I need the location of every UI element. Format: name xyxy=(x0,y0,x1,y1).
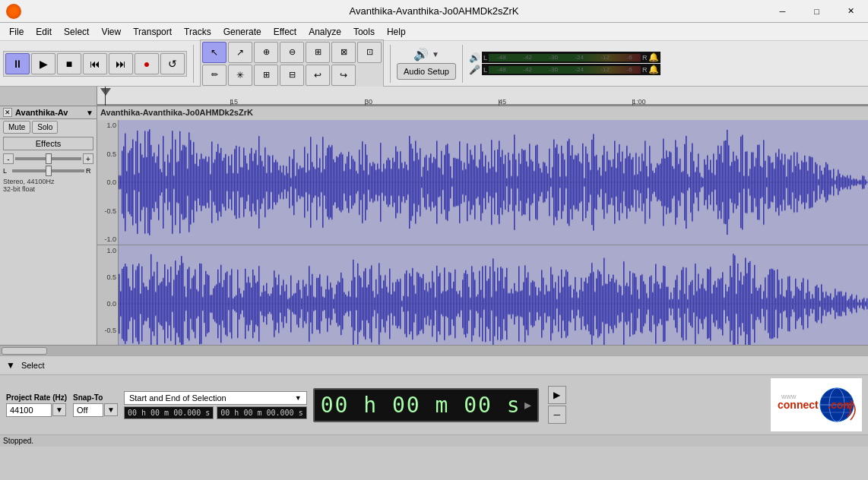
toolbar-divider-1 xyxy=(193,45,194,83)
skip-start-button[interactable]: ⏮ xyxy=(83,53,107,74)
app-icon xyxy=(6,4,21,19)
mute-button[interactable]: Mute xyxy=(3,121,30,134)
selection-tool[interactable]: ↖ xyxy=(202,42,227,63)
fit-view-tool[interactable]: ⊞ xyxy=(306,42,330,63)
selection-dropdown[interactable]: Start and End of Selection ▼ xyxy=(124,391,307,405)
close-button[interactable]: ✕ xyxy=(834,0,868,23)
gain-slider[interactable] xyxy=(15,157,81,160)
envelope-tool[interactable]: ↗ xyxy=(228,42,252,63)
zoom-sel-tool[interactable]: ⊡ xyxy=(357,42,382,63)
menu-item-transport[interactable]: Transport xyxy=(127,25,178,39)
window-title: Avanthika-Avanthika-Jo0AHMDk2sZrK xyxy=(350,5,519,17)
ruler-tick-15: 15 xyxy=(230,98,238,106)
toolbar-divider-2 xyxy=(390,45,391,83)
track-header-spacer xyxy=(0,87,97,106)
track-info-line2: 32-bit float xyxy=(3,185,93,193)
menu-item-tracks[interactable]: Tracks xyxy=(178,25,217,39)
window-controls: ─ □ ✕ xyxy=(765,0,868,23)
pan-slider[interactable] xyxy=(12,169,84,172)
channel-1-scale: 1.0 0.5 0.0 -0.5 -1.0 xyxy=(97,120,119,245)
playhead-marker xyxy=(100,88,111,96)
track-mute-solo-row: Mute Solo xyxy=(0,119,97,135)
minimize-button[interactable]: ─ xyxy=(765,0,800,23)
redo-btn[interactable]: ↪ xyxy=(331,65,356,86)
snap-to-value[interactable]: Off xyxy=(73,403,103,417)
track-name-label: Avanthika-Av xyxy=(15,108,83,117)
time-start-display[interactable]: 00 h 00 m 00.000 s xyxy=(124,406,214,419)
playhead-line xyxy=(105,87,106,106)
track-close-button[interactable]: ✕ xyxy=(3,108,12,117)
menu-item-analyze[interactable]: Analyze xyxy=(303,25,347,39)
play-button[interactable]: ▶ xyxy=(31,53,55,74)
menu-item-edit[interactable]: Edit xyxy=(30,25,58,39)
loop-button[interactable]: ↺ xyxy=(160,53,185,74)
fit-vert-tool[interactable]: ⊠ xyxy=(331,42,356,63)
snap-to-group: Snap-To Off ▼ xyxy=(73,393,118,417)
pause-button[interactable]: ⏸ xyxy=(5,53,30,74)
titlebar: Avanthika-Avanthika-Jo0AHMDk2sZrK ─ □ ✕ xyxy=(0,0,868,23)
waveform-area: Avanthika-Avanthika-Jo0AHMDk2sZrK 1.0 0.… xyxy=(97,106,868,345)
time-stop-button[interactable]: ─ xyxy=(548,406,566,424)
track-info-line1: Stereo, 44100Hz xyxy=(3,178,93,185)
transport-controls: ⏸ ▶ ■ ⏮ ⏭ ● ↺ xyxy=(3,51,187,77)
time-end-display[interactable]: 00 h 00 m 00.000 s xyxy=(217,406,306,419)
zoom-out-tool[interactable]: ⊖ xyxy=(280,42,304,63)
waveform-title: Avanthika-Avanthika-Jo0AHMDk2sZrK xyxy=(100,108,253,117)
toolbar-divider-3 xyxy=(462,45,463,83)
svg-text:connect: connect xyxy=(778,399,819,411)
undo-btn[interactable]: ↩ xyxy=(306,65,330,86)
select-bar-label[interactable]: Select xyxy=(18,361,48,370)
stop-button[interactable]: ■ xyxy=(57,53,81,74)
timeline-ruler: 15 30 45 1:00 xyxy=(97,87,868,106)
maximize-button[interactable]: □ xyxy=(800,0,834,23)
snap-to-dropdown[interactable]: ▼ xyxy=(104,403,118,416)
horizontal-scrollbar[interactable] xyxy=(0,345,868,355)
menu-item-file[interactable]: File xyxy=(3,25,30,39)
waveform-channel-2: 1.0 0.5 0.0 -0.5 -1.0 xyxy=(97,245,868,345)
menu-item-view[interactable]: View xyxy=(95,25,127,39)
track-expand-icon[interactable]: ▼ xyxy=(86,109,93,117)
pan-right-label: R xyxy=(86,167,93,175)
effects-button[interactable]: Effects xyxy=(3,137,93,150)
gain-increase-button[interactable]: + xyxy=(83,153,93,164)
select-bar-arrow[interactable]: ▼ xyxy=(3,360,18,371)
status-text: Stopped. xyxy=(3,437,33,445)
gain-row: - + xyxy=(0,152,97,166)
speaker-icon: 🔊 xyxy=(413,47,429,62)
channel-2-scale: 1.0 0.5 0.0 -0.5 -1.0 xyxy=(97,245,119,345)
selection-group: Start and End of Selection ▼ 00 h 00 m 0… xyxy=(124,391,307,419)
menubar: FileEditSelectViewTransportTracksGenerat… xyxy=(0,23,868,41)
multi-tool[interactable]: ⊞ xyxy=(254,65,278,86)
menu-item-help[interactable]: Help xyxy=(381,25,412,39)
solo-button[interactable]: Solo xyxy=(32,121,58,134)
project-row: Project Rate (Hz) 44100 ▼ Snap-To Off ▼ … xyxy=(0,375,868,434)
scroll-thumb[interactable] xyxy=(2,347,47,355)
output-meter-indicator: 🔔 xyxy=(648,52,659,62)
pan-left-label: L xyxy=(3,167,11,175)
input-meter-indicator: 🔔 xyxy=(648,65,659,74)
menu-item-tools[interactable]: Tools xyxy=(347,25,381,39)
draw-tool[interactable]: ✏ xyxy=(202,65,227,86)
audio-setup-button[interactable]: Audio Setup xyxy=(397,63,456,80)
gain-decrease-button[interactable]: - xyxy=(3,153,14,164)
meter-area: 🔊 L -48-42-30-24-12-6 R 🔔 🎤 L xyxy=(469,52,661,75)
project-rate-label: Project Rate (Hz) xyxy=(6,393,67,402)
zoom-in-tool[interactable]: ⊕ xyxy=(254,42,278,63)
toolbar: ⏸ ▶ ■ ⏮ ⏭ ● ↺ ↖ ↗ ⊕ ⊖ ⊞ ⊠ ⊡ ✏ ✳ ⊞ ⊟ ↩ xyxy=(0,41,868,87)
smooth-tool[interactable]: ✳ xyxy=(228,65,252,86)
menu-item-generate[interactable]: Generate xyxy=(217,25,268,39)
big-time-arrow: ▸ xyxy=(524,396,531,413)
menu-item-select[interactable]: Select xyxy=(58,25,95,39)
waveform-channel-1: 1.0 0.5 0.0 -0.5 -1.0 xyxy=(97,120,868,245)
time-play-button[interactable]: ▶ xyxy=(548,386,566,404)
silence-tool[interactable]: ⊟ xyxy=(280,65,304,86)
snap-to-label: Snap-To xyxy=(73,393,118,402)
connect-logo: www connect .com xyxy=(771,378,862,431)
project-rate-dropdown[interactable]: ▼ xyxy=(52,403,66,416)
skip-end-button[interactable]: ⏭ xyxy=(109,53,133,74)
menu-item-effect[interactable]: Effect xyxy=(268,25,303,39)
record-button[interactable]: ● xyxy=(135,53,159,74)
timeline-waveform: 15 30 45 1:00 Avanthika-Avanthika-Jo0AHM… xyxy=(97,87,868,345)
project-rate-value[interactable]: 44100 xyxy=(6,403,52,417)
waveform-canvas-2 xyxy=(119,245,868,345)
